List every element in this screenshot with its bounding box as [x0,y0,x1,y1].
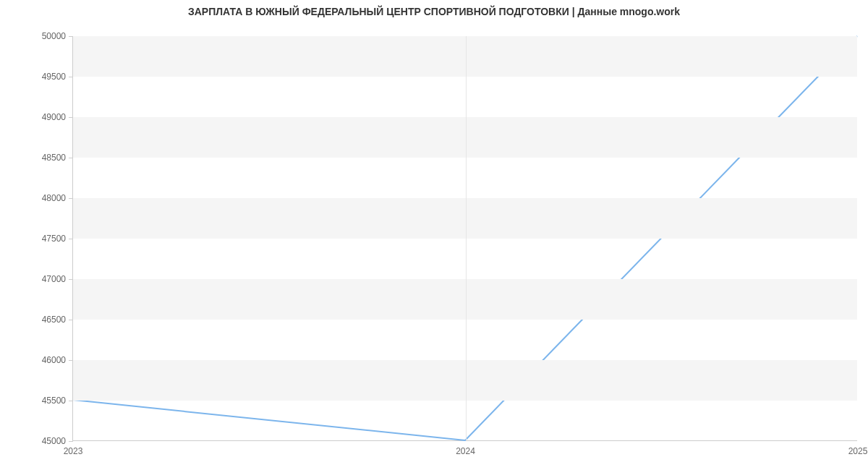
plot-area: 4500045500460004650047000475004800048500… [72,36,857,441]
y-axis-label: 45500 [42,396,73,406]
y-axis-label: 47500 [42,234,73,244]
y-axis-label: 46000 [42,355,73,365]
x-axis-label: 2025 [848,440,868,456]
chart-title: ЗАРПЛАТА В ЮЖНЫЙ ФЕДЕРАЛЬНЫЙ ЦЕНТР СПОРТ… [0,6,868,17]
y-axis-label: 49500 [42,72,73,82]
y-axis-label: 48500 [42,153,73,163]
salary-chart: ЗАРПЛАТА В ЮЖНЫЙ ФЕДЕРАЛЬНЫЙ ЦЕНТР СПОРТ… [0,0,868,470]
y-axis-label: 47000 [42,274,73,284]
y-axis-label: 49000 [42,112,73,122]
y-axis-label: 50000 [42,31,73,41]
x-gridline [466,36,467,440]
y-axis-label: 48000 [42,193,73,203]
y-axis-label: 46500 [42,315,73,325]
x-axis-label: 2024 [456,440,475,456]
x-axis-label: 2023 [64,440,83,456]
